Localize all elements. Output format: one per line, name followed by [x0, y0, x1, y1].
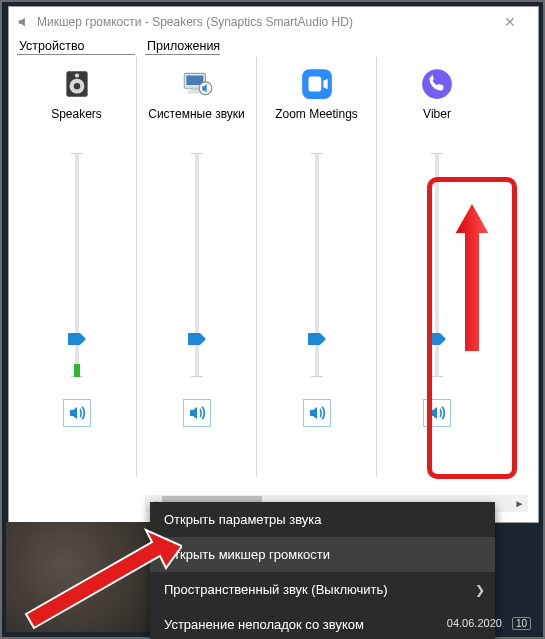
- app-mute-button[interactable]: [303, 399, 331, 427]
- viber-volume-slider[interactable]: [417, 145, 457, 385]
- app-name: Zoom Meetings: [275, 107, 358, 137]
- volume-mixer-window: Микшер громкости - Speakers (Synaptics S…: [8, 6, 539, 523]
- device-volume-slider[interactable]: [57, 145, 97, 385]
- speaker-icon: [17, 15, 31, 29]
- desktop-background-patch: [6, 522, 151, 632]
- slider-thumb[interactable]: [68, 333, 86, 345]
- app-lane-zoom: Zoom Meetings: [257, 57, 377, 477]
- svg-point-10: [422, 69, 452, 99]
- zoom-icon[interactable]: [300, 67, 334, 101]
- ctx-open-sound-settings[interactable]: Открыть параметры звука: [150, 502, 495, 537]
- taskbar-tray: 04.06.2020 10: [150, 615, 537, 631]
- app-volume-slider[interactable]: [297, 145, 337, 385]
- svg-point-2: [73, 83, 79, 89]
- mixer-client-area: Устройство Приложения Speakers: [17, 39, 530, 514]
- viber-icon[interactable]: [420, 67, 454, 101]
- header-device: Устройство: [17, 39, 135, 55]
- notifications-icon[interactable]: 10: [512, 617, 531, 630]
- app-mute-button[interactable]: [423, 399, 451, 427]
- speaker-device-icon[interactable]: [60, 67, 94, 101]
- svg-rect-6: [190, 88, 199, 90]
- mixer-lanes: Speakers: [17, 57, 530, 477]
- ctx-open-volume-mixer[interactable]: Открыть микшер громкости: [150, 537, 495, 572]
- device-level-meter: [74, 364, 80, 377]
- app-volume-slider[interactable]: [177, 145, 217, 385]
- device-lane: Speakers: [17, 57, 137, 477]
- window-close-button[interactable]: ✕: [490, 14, 530, 30]
- tray-date: 04.06.2020: [447, 617, 502, 629]
- app-mute-button[interactable]: [183, 399, 211, 427]
- svg-point-3: [74, 73, 78, 77]
- app-name: Viber: [423, 107, 451, 137]
- device-name: Speakers: [51, 107, 102, 137]
- slider-thumb[interactable]: [188, 333, 206, 345]
- titlebar[interactable]: Микшер громкости - Speakers (Synaptics S…: [9, 7, 538, 37]
- slider-thumb[interactable]: [428, 333, 446, 345]
- app-name: Системные звуки: [148, 107, 244, 137]
- window-title: Микшер громкости - Speakers (Synaptics S…: [37, 15, 353, 29]
- header-applications: Приложения: [145, 39, 220, 55]
- screenshot-frame: Микшер громкости - Speakers (Synaptics S…: [0, 0, 545, 639]
- chevron-right-icon: ❯: [475, 583, 485, 597]
- device-mute-button[interactable]: [63, 399, 91, 427]
- app-lane-system-sounds: Системные звуки: [137, 57, 257, 477]
- ctx-spatial-sound[interactable]: Пространственный звук (Выключить)❯: [150, 572, 495, 607]
- system-sounds-icon[interactable]: [180, 67, 214, 101]
- slider-thumb[interactable]: [308, 333, 326, 345]
- app-lane-viber: Viber: [377, 57, 497, 477]
- scroll-right-button[interactable]: ►: [511, 495, 528, 512]
